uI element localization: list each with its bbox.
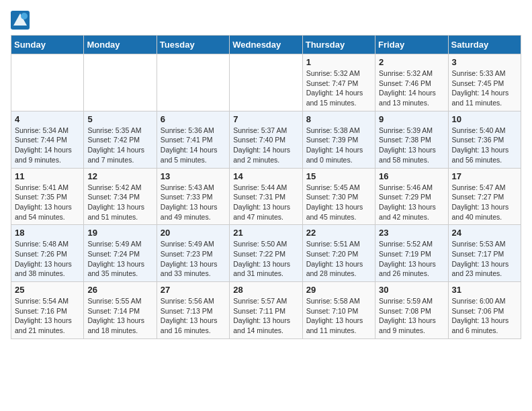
- calendar-cell: 1Sunrise: 5:32 AM Sunset: 7:47 PM Daylig…: [302, 54, 375, 111]
- day-number: 26: [87, 285, 152, 295]
- calendar-cell: 4Sunrise: 5:34 AM Sunset: 7:44 PM Daylig…: [11, 111, 84, 168]
- day-info: Sunrise: 5:42 AM Sunset: 7:34 PM Dayligh…: [87, 183, 152, 222]
- day-number: 19: [87, 228, 152, 238]
- weekday-header-friday: Friday: [375, 36, 448, 54]
- calendar-cell: 24Sunrise: 5:53 AM Sunset: 7:17 PM Dayli…: [448, 225, 521, 282]
- day-info: Sunrise: 5:37 AM Sunset: 7:40 PM Dayligh…: [233, 126, 298, 165]
- day-info: Sunrise: 5:41 AM Sunset: 7:35 PM Dayligh…: [15, 183, 80, 222]
- svg-point-2: [21, 13, 28, 19]
- day-info: Sunrise: 6:00 AM Sunset: 7:06 PM Dayligh…: [452, 296, 517, 336]
- calendar-cell: 2Sunrise: 5:32 AM Sunset: 7:46 PM Daylig…: [375, 54, 448, 111]
- calendar-cell: [84, 54, 157, 111]
- day-number: 5: [87, 114, 152, 124]
- day-info: Sunrise: 5:58 AM Sunset: 7:10 PM Dayligh…: [306, 296, 371, 336]
- day-info: Sunrise: 5:35 AM Sunset: 7:42 PM Dayligh…: [87, 126, 152, 165]
- calendar-cell: 9Sunrise: 5:39 AM Sunset: 7:38 PM Daylig…: [375, 111, 448, 168]
- day-number: 31: [452, 285, 517, 295]
- calendar-cell: 30Sunrise: 5:59 AM Sunset: 7:08 PM Dayli…: [375, 282, 448, 339]
- calendar-cell: 31Sunrise: 6:00 AM Sunset: 7:06 PM Dayli…: [448, 282, 521, 339]
- day-info: Sunrise: 5:36 AM Sunset: 7:41 PM Dayligh…: [161, 126, 226, 165]
- day-info: Sunrise: 5:48 AM Sunset: 7:26 PM Dayligh…: [15, 239, 80, 279]
- day-number: 14: [233, 171, 298, 181]
- day-info: Sunrise: 5:52 AM Sunset: 7:19 PM Dayligh…: [379, 239, 444, 279]
- day-info: Sunrise: 5:50 AM Sunset: 7:22 PM Dayligh…: [233, 239, 298, 279]
- day-number: 17: [452, 171, 517, 181]
- day-number: 6: [161, 114, 226, 124]
- calendar-cell: 26Sunrise: 5:55 AM Sunset: 7:14 PM Dayli…: [84, 282, 157, 339]
- day-info: Sunrise: 5:53 AM Sunset: 7:17 PM Dayligh…: [452, 239, 517, 279]
- day-number: 1: [306, 57, 371, 67]
- day-number: 9: [379, 114, 444, 124]
- calendar-cell: 22Sunrise: 5:51 AM Sunset: 7:20 PM Dayli…: [302, 225, 375, 282]
- day-number: 25: [15, 285, 80, 295]
- calendar-cell: 15Sunrise: 5:45 AM Sunset: 7:30 PM Dayli…: [302, 168, 375, 225]
- day-info: Sunrise: 5:49 AM Sunset: 7:23 PM Dayligh…: [161, 239, 226, 279]
- day-number: 22: [306, 228, 371, 238]
- logo-icon: [11, 11, 30, 30]
- day-number: 10: [452, 114, 517, 124]
- calendar-cell: [157, 54, 229, 111]
- calendar-week-row: 4Sunrise: 5:34 AM Sunset: 7:44 PM Daylig…: [11, 111, 521, 168]
- calendar-cell: 21Sunrise: 5:50 AM Sunset: 7:22 PM Dayli…: [230, 225, 302, 282]
- day-number: 24: [452, 228, 517, 238]
- day-info: Sunrise: 5:33 AM Sunset: 7:45 PM Dayligh…: [452, 68, 517, 108]
- day-info: Sunrise: 5:39 AM Sunset: 7:38 PM Dayligh…: [379, 126, 444, 165]
- day-info: Sunrise: 5:49 AM Sunset: 7:24 PM Dayligh…: [87, 239, 152, 279]
- day-info: Sunrise: 5:51 AM Sunset: 7:20 PM Dayligh…: [306, 239, 371, 279]
- day-info: Sunrise: 5:56 AM Sunset: 7:13 PM Dayligh…: [161, 296, 226, 336]
- weekday-header-tuesday: Tuesday: [157, 36, 229, 54]
- calendar-cell: 12Sunrise: 5:42 AM Sunset: 7:34 PM Dayli…: [84, 168, 157, 225]
- day-info: Sunrise: 5:54 AM Sunset: 7:16 PM Dayligh…: [15, 296, 80, 336]
- page-header: [11, 11, 521, 30]
- day-number: 23: [379, 228, 444, 238]
- day-info: Sunrise: 5:59 AM Sunset: 7:08 PM Dayligh…: [379, 296, 444, 336]
- weekday-header-thursday: Thursday: [302, 36, 375, 54]
- day-number: 15: [306, 171, 371, 181]
- day-number: 30: [379, 285, 444, 295]
- calendar-cell: 8Sunrise: 5:38 AM Sunset: 7:39 PM Daylig…: [302, 111, 375, 168]
- day-info: Sunrise: 5:38 AM Sunset: 7:39 PM Dayligh…: [306, 126, 371, 165]
- calendar-cell: 18Sunrise: 5:48 AM Sunset: 7:26 PM Dayli…: [11, 225, 84, 282]
- day-info: Sunrise: 5:46 AM Sunset: 7:29 PM Dayligh…: [379, 183, 444, 222]
- calendar-cell: 28Sunrise: 5:57 AM Sunset: 7:11 PM Dayli…: [230, 282, 302, 339]
- calendar-cell: 23Sunrise: 5:52 AM Sunset: 7:19 PM Dayli…: [375, 225, 448, 282]
- calendar-cell: 3Sunrise: 5:33 AM Sunset: 7:45 PM Daylig…: [448, 54, 521, 111]
- day-number: 7: [233, 114, 298, 124]
- weekday-header-monday: Monday: [84, 36, 157, 54]
- day-number: 3: [452, 57, 517, 67]
- calendar-cell: 6Sunrise: 5:36 AM Sunset: 7:41 PM Daylig…: [157, 111, 229, 168]
- day-number: 21: [233, 228, 298, 238]
- day-number: 4: [15, 114, 80, 124]
- day-info: Sunrise: 5:32 AM Sunset: 7:46 PM Dayligh…: [379, 68, 444, 108]
- day-number: 18: [15, 228, 80, 238]
- day-number: 12: [87, 171, 152, 181]
- calendar-cell: 11Sunrise: 5:41 AM Sunset: 7:35 PM Dayli…: [11, 168, 84, 225]
- calendar-cell: 17Sunrise: 5:47 AM Sunset: 7:27 PM Dayli…: [448, 168, 521, 225]
- logo: [11, 11, 32, 30]
- calendar-table: SundayMondayTuesdayWednesdayThursdayFrid…: [11, 35, 521, 339]
- day-number: 28: [233, 285, 298, 295]
- calendar-cell: 7Sunrise: 5:37 AM Sunset: 7:40 PM Daylig…: [230, 111, 302, 168]
- day-info: Sunrise: 5:44 AM Sunset: 7:31 PM Dayligh…: [233, 183, 298, 222]
- calendar-cell: [11, 54, 84, 111]
- day-info: Sunrise: 5:45 AM Sunset: 7:30 PM Dayligh…: [306, 183, 371, 222]
- day-info: Sunrise: 5:57 AM Sunset: 7:11 PM Dayligh…: [233, 296, 298, 336]
- day-info: Sunrise: 5:43 AM Sunset: 7:33 PM Dayligh…: [161, 183, 226, 222]
- calendar-week-row: 18Sunrise: 5:48 AM Sunset: 7:26 PM Dayli…: [11, 225, 521, 282]
- calendar-cell: 10Sunrise: 5:40 AM Sunset: 7:36 PM Dayli…: [448, 111, 521, 168]
- day-number: 8: [306, 114, 371, 124]
- weekday-header-row: SundayMondayTuesdayWednesdayThursdayFrid…: [11, 36, 521, 54]
- calendar-cell: 5Sunrise: 5:35 AM Sunset: 7:42 PM Daylig…: [84, 111, 157, 168]
- calendar-cell: [230, 54, 302, 111]
- day-number: 16: [379, 171, 444, 181]
- day-number: 20: [161, 228, 226, 238]
- calendar-week-row: 25Sunrise: 5:54 AM Sunset: 7:16 PM Dayli…: [11, 282, 521, 339]
- calendar-cell: 27Sunrise: 5:56 AM Sunset: 7:13 PM Dayli…: [157, 282, 229, 339]
- calendar-cell: 20Sunrise: 5:49 AM Sunset: 7:23 PM Dayli…: [157, 225, 229, 282]
- calendar-cell: 13Sunrise: 5:43 AM Sunset: 7:33 PM Dayli…: [157, 168, 229, 225]
- calendar-week-row: 11Sunrise: 5:41 AM Sunset: 7:35 PM Dayli…: [11, 168, 521, 225]
- calendar-cell: 29Sunrise: 5:58 AM Sunset: 7:10 PM Dayli…: [302, 282, 375, 339]
- weekday-header-saturday: Saturday: [448, 36, 521, 54]
- day-info: Sunrise: 5:55 AM Sunset: 7:14 PM Dayligh…: [87, 296, 152, 336]
- day-number: 27: [161, 285, 226, 295]
